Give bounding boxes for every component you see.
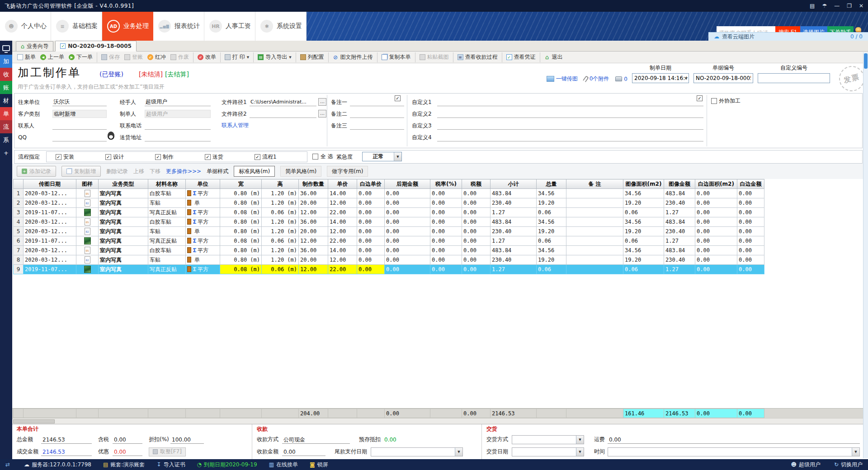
cell-tax[interactable]: 0.00 <box>462 236 491 246</box>
style-simple-button[interactable]: 简单风格(m) <box>280 166 321 177</box>
status-item[interactable]: 锁屏 <box>310 461 328 469</box>
cell-price[interactable]: 14.00 <box>328 246 357 255</box>
col-edge-area[interactable]: 白边面积(m2) <box>695 179 737 189</box>
custom1-input[interactable] <box>437 98 703 106</box>
contact-input[interactable] <box>52 122 107 130</box>
cell-edge-price[interactable]: 0.00 <box>357 236 385 246</box>
table-row[interactable]: 7 2020-03-12... 室内写真 白胶车贴 Σ平方 0.80 (m) 1… <box>14 246 764 255</box>
sidebar-tile[interactable]: + <box>0 146 12 160</box>
status-item[interactable]: 切换用户 <box>834 461 863 469</box>
toolbar-button[interactable]: 打 印 ▼ <box>222 52 254 62</box>
cell-height[interactable]: 0.06 (m) <box>262 236 299 246</box>
sidebar-tile[interactable]: 系 <box>0 133 12 146</box>
toolbar-button[interactable]: 保存 <box>99 52 122 62</box>
cell-note[interactable] <box>566 255 623 265</box>
col-total-qty[interactable]: 总量 <box>537 179 566 189</box>
quick-upload-link[interactable]: 一键传图 <box>547 75 578 83</box>
cell-tax-rate[interactable]: 0.00 <box>430 236 462 246</box>
cell-edge-price[interactable]: 0.00 <box>357 246 385 255</box>
cell-rownum[interactable]: 1 <box>14 189 24 198</box>
cell-edge-price[interactable]: 0.00 <box>357 217 385 227</box>
cell-tax[interactable]: 0.00 <box>462 255 491 265</box>
cell-material[interactable]: 白胶车贴 <box>148 246 186 255</box>
assist-icon[interactable]: ☂ <box>822 3 827 9</box>
cloud-images-bar[interactable]: ☁ 查看云端图片 0 / 0 <box>708 32 868 41</box>
cell-qty[interactable]: 20.00 <box>299 255 328 265</box>
cell-edge-area[interactable]: 0.00 <box>695 189 737 198</box>
cell-rownum[interactable]: 8 <box>14 255 24 265</box>
cell-rownum[interactable]: 5 <box>14 227 24 236</box>
cell-tax[interactable]: 0.00 <box>462 246 491 255</box>
cell-width[interactable]: 0.08 (m) <box>220 236 262 246</box>
doc-no-input[interactable] <box>693 73 753 83</box>
cell-height[interactable]: 1.20 (m) <box>262 217 299 227</box>
cell-thumbnail[interactable] <box>76 198 99 208</box>
sidebar-tile[interactable]: 流 <box>0 120 12 133</box>
cell-width[interactable]: 0.80 (m) <box>220 255 262 265</box>
cell-business-type[interactable]: 室内写真 <box>99 265 148 274</box>
handler-input[interactable] <box>145 98 211 106</box>
outsource-checkbox[interactable] <box>711 98 717 104</box>
cell-edge-area[interactable]: 0.00 <box>695 227 737 236</box>
cell-tax-rate[interactable]: 0.00 <box>430 246 462 255</box>
flow-checkbox-item[interactable]: 制作 <box>155 153 205 161</box>
cell-total-qty[interactable]: 19.20 <box>537 198 566 208</box>
nav-item[interactable]: HR 人事工资 <box>204 12 255 41</box>
toolbar-button[interactable]: 列配置 <box>298 52 329 62</box>
cell-edge-price[interactable]: 0.00 <box>357 265 385 274</box>
qq-penguin-icon[interactable] <box>108 132 114 140</box>
cell-edge-area[interactable]: 0.00 <box>695 236 737 246</box>
cell-height[interactable]: 0.06 (m) <box>262 208 299 217</box>
cell-total-qty[interactable]: 0.06 <box>537 265 566 274</box>
cell-image-amount[interactable]: 230.40 <box>664 227 695 236</box>
checkbox[interactable] <box>205 154 211 160</box>
cell-unit[interactable]: Σ平方 <box>186 246 220 255</box>
cell-thumbnail[interactable] <box>76 227 99 236</box>
cell-price[interactable]: 14.00 <box>328 189 357 198</box>
cell-upload-date[interactable]: 2019-11-07... <box>24 265 76 274</box>
cell-edge-price[interactable]: 0.00 <box>357 189 385 198</box>
cell-qty[interactable]: 12.00 <box>299 208 328 217</box>
cell-width[interactable]: 0.80 (m) <box>220 189 262 198</box>
toolbar-button[interactable]: 粘贴截图 <box>417 52 453 62</box>
cell-unit[interactable]: Σ平方 <box>186 236 220 246</box>
cell-subtotal[interactable]: 483.84 <box>491 217 537 227</box>
scrollbar-thumb[interactable] <box>864 53 868 69</box>
select-all-checkbox[interactable] <box>312 154 318 160</box>
pay-method-value[interactable]: 公司现金 <box>282 436 350 444</box>
cell-tax[interactable]: 0.00 <box>462 265 491 274</box>
toolbar-button[interactable]: 退出 <box>542 52 565 62</box>
toolbar-button[interactable]: 作废 <box>168 52 193 62</box>
col-edge-price[interactable]: 白边单价 <box>357 179 385 189</box>
cell-image-amount[interactable]: 1.27 <box>664 208 695 217</box>
note3-input[interactable] <box>350 122 404 130</box>
cell-tax-rate[interactable]: 0.00 <box>430 198 462 208</box>
skin-icon[interactable]: ▤ <box>810 3 815 9</box>
cell-edge-amount[interactable]: 0.00 <box>737 217 764 227</box>
cell-rownum[interactable]: 9 <box>14 265 24 274</box>
cell-upload-date[interactable]: 2020-03-12... <box>24 217 76 227</box>
cell-height[interactable]: 1.20 (m) <box>262 198 299 208</box>
cell-qty[interactable]: 20.00 <box>299 198 328 208</box>
cell-edge-price[interactable]: 0.00 <box>357 255 385 265</box>
sidebar-tile[interactable]: 加 <box>0 55 12 68</box>
cell-height[interactable]: 0.06 (m) <box>262 265 299 274</box>
freight-value[interactable]: 0.00 <box>608 436 860 444</box>
cell-width[interactable]: 0.80 (m) <box>220 198 262 208</box>
cell-edge-area[interactable]: 0.00 <box>695 198 737 208</box>
cell-tax[interactable]: 0.00 <box>462 227 491 236</box>
checkbox[interactable] <box>255 154 260 160</box>
cell-edge-amount[interactable]: 0.00 <box>737 189 764 198</box>
cell-image-amount[interactable]: 483.84 <box>664 217 695 227</box>
status-item[interactable]: 服务器:127.0.0.1:7798 <box>24 461 91 469</box>
cell-material[interactable]: 车贴 <box>148 227 186 236</box>
qq-input[interactable] <box>52 133 107 141</box>
cell-material[interactable]: 白胶车贴 <box>148 217 186 227</box>
col-subtotal[interactable]: 小计 <box>491 179 537 189</box>
tab-current-order[interactable]: ✓ NO-2020-09-18-0005 <box>55 41 137 52</box>
custom2-input[interactable] <box>437 110 703 118</box>
col-tax[interactable]: 税额 <box>462 179 491 189</box>
cell-total-qty[interactable]: 34.56 <box>537 217 566 227</box>
chevron-down-icon[interactable]: ▼ <box>852 448 859 456</box>
col-width[interactable]: 宽 <box>220 179 262 189</box>
